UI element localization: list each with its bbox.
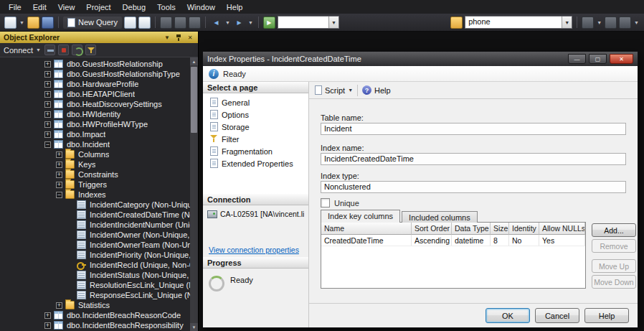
tree-item[interactable]: IncidentOwnerTeam (Non-Unique, N (0, 240, 198, 250)
expand-icon[interactable]: + (44, 131, 51, 138)
tree-item[interactable]: +dbo.IncidentBreachResponsibility (0, 320, 198, 330)
close-icon[interactable]: ✕ (186, 33, 194, 42)
expand-icon[interactable]: + (44, 81, 51, 88)
tree-item[interactable]: IncidentRecId (Unique, Non-Clustere (0, 260, 198, 270)
tree-item[interactable]: +Keys (0, 159, 198, 169)
chevron-down-icon[interactable]: ▼ (562, 17, 572, 28)
expand-icon[interactable]: + (44, 71, 51, 78)
new-file-icon[interactable] (4, 17, 16, 29)
chevron-down-icon[interactable]: ▼ (225, 20, 230, 25)
chevron-down-icon[interactable]: ▼ (19, 20, 24, 25)
grid-header-cell[interactable]: Identity (509, 223, 539, 235)
redo-icon[interactable]: ▸ (233, 17, 245, 29)
cut-icon[interactable] (160, 17, 172, 29)
menu-file[interactable]: File (3, 1, 27, 13)
page-item-options[interactable]: Options (203, 108, 308, 121)
tree-item[interactable]: +dbo.Impact (0, 129, 198, 139)
tree-item[interactable]: +dbo.HEATAPIClient (0, 89, 198, 99)
chevron-down-icon[interactable]: ▼ (597, 20, 602, 25)
table-name-field[interactable]: Incident (321, 123, 626, 135)
index-type-field[interactable]: Nonclustered (321, 181, 626, 193)
tree-item[interactable]: IncidentCreatedDateTime (Non-Uni (0, 210, 198, 220)
expand-icon[interactable]: + (56, 151, 62, 158)
add-button[interactable]: Add... (592, 223, 636, 237)
page-item-general[interactable]: General (203, 96, 308, 108)
tree-item[interactable]: IncidentPriority (Non-Unique, Non-C (0, 250, 198, 260)
chevron-down-icon[interactable]: ▼ (348, 88, 353, 93)
options-icon[interactable] (619, 17, 631, 29)
filter-icon[interactable] (450, 17, 463, 29)
expand-icon[interactable]: + (56, 172, 62, 178)
index-name-field[interactable]: IncidentCreatedDateTime (321, 153, 626, 165)
open-file-icon[interactable] (27, 17, 39, 29)
tree-item[interactable]: +dbo.HWIdentity (0, 109, 198, 119)
grid-header-cell[interactable]: Data Type (452, 223, 491, 235)
object-explorer-header[interactable]: Object Explorer ▼ ✕ (0, 32, 198, 43)
tree-item[interactable]: −Indexes (0, 190, 198, 200)
collapse-icon[interactable]: − (56, 192, 62, 198)
tree-item[interactable]: +dbo.GuestHostRelationship (0, 59, 198, 69)
script-button[interactable]: Script ▼ (315, 85, 353, 95)
view-connection-properties-link[interactable]: View connection properties (209, 246, 299, 254)
tree-item[interactable]: IncidentCategory (Non-Unique, Non (0, 200, 198, 210)
tree-item[interactable]: ResponseEscLink_Unique (Non-Uniq (0, 290, 198, 300)
tree-item[interactable]: −dbo.Incident (0, 139, 198, 149)
close-button[interactable]: ✕ (610, 54, 633, 64)
tree-item[interactable]: +Constraints (0, 169, 198, 180)
expand-icon[interactable]: + (44, 101, 51, 108)
save-icon[interactable] (42, 17, 54, 29)
cancel-button[interactable]: Cancel (535, 308, 579, 323)
search-combobox[interactable]: phone ▼ (465, 16, 572, 29)
expand-icon[interactable]: + (56, 302, 62, 309)
expand-icon[interactable]: + (56, 182, 62, 188)
copy-icon[interactable] (174, 17, 186, 29)
ok-button[interactable]: OK (486, 308, 530, 323)
results-grid-icon[interactable] (582, 17, 594, 29)
refresh-icon[interactable] (72, 45, 82, 55)
disconnect-icon[interactable] (44, 45, 55, 55)
tree-item[interactable]: +dbo.IncidentBreachReasonCode (0, 310, 198, 320)
chevron-down-icon[interactable]: ▼ (328, 17, 338, 28)
expand-icon[interactable]: + (44, 312, 51, 319)
unique-checkbox-row[interactable]: Unique (321, 198, 359, 208)
new-query-button[interactable]: New Query (63, 17, 122, 29)
collapse-icon[interactable]: − (44, 141, 51, 148)
page-item-storage[interactable]: Storage (203, 121, 308, 133)
page-item-fragmentation[interactable]: Fragmentation (203, 145, 308, 157)
tree-item[interactable]: IncidentStatus (Non-Unique, Non-Cl (0, 270, 198, 280)
expand-icon[interactable]: + (44, 121, 51, 128)
menu-tools[interactable]: Tools (151, 1, 181, 13)
tab-included-columns[interactable]: Included columns (402, 211, 478, 223)
analysis-query-icon[interactable] (138, 17, 151, 29)
tree-item[interactable]: +dbo.HeatDiscoverySettings (0, 99, 198, 109)
menu-window[interactable]: Window (181, 1, 221, 13)
scroll-up-icon[interactable]: ▲ (190, 57, 198, 65)
scrollbar-thumb[interactable] (191, 67, 197, 133)
tab-index-key-columns[interactable]: Index key columns (321, 210, 400, 223)
vertical-scrollbar[interactable]: ▲ ▼ (190, 57, 198, 331)
scroll-down-icon[interactable]: ▼ (190, 323, 198, 331)
menu-edit[interactable]: Edit (27, 1, 52, 13)
expand-icon[interactable]: + (56, 162, 62, 168)
execute-icon[interactable]: ▶ (263, 17, 275, 29)
tree-item[interactable]: +dbo.HWProfileHWType (0, 119, 198, 129)
maximize-button[interactable]: ▢ (589, 54, 607, 64)
tree-item[interactable]: IncidentIncidentNumber (Unique, N (0, 220, 198, 230)
connect-button[interactable]: Connect ▼ (4, 46, 42, 55)
tree-item[interactable]: IncidentOwner (Non-Unique, Non-C (0, 230, 198, 240)
tree-item[interactable]: +dbo.HardwareProfile (0, 79, 198, 89)
paste-icon[interactable] (189, 17, 201, 29)
help-toolbar-button[interactable]: ? Help (362, 85, 391, 95)
tree-item[interactable]: ResolutionEscLink_Unique (Non-Uni (0, 280, 198, 290)
expand-icon[interactable]: + (44, 91, 51, 98)
grid-row[interactable]: CreatedDateTimeAscendingdatetime8NoYes (321, 235, 585, 246)
help-button[interactable]: Help (584, 308, 629, 323)
tree-item[interactable]: +Statistics (0, 300, 198, 310)
grid-header-cell[interactable]: Allow NULLs (539, 223, 585, 235)
tree-item[interactable]: +dbo.GuestHostRelationshipType (0, 69, 198, 79)
chevron-down-icon[interactable]: ▼ (248, 20, 253, 25)
stop-icon[interactable] (58, 45, 69, 55)
tree-item[interactable]: +Columns (0, 149, 198, 159)
dialog-titlebar[interactable]: Index Properties - IncidentCreatedDateTi… (203, 52, 638, 66)
window-position-icon[interactable]: ▼ (163, 33, 171, 42)
